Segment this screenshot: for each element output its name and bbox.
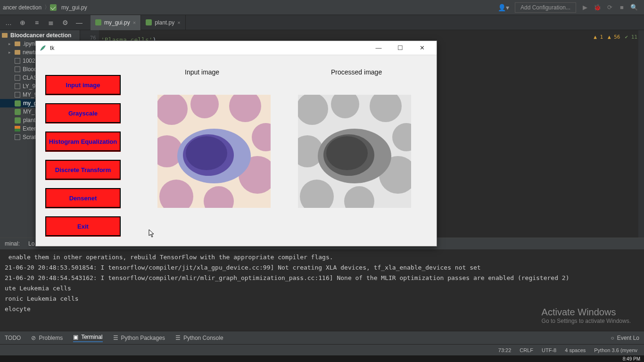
scratch-icon	[15, 134, 20, 140]
python-packages-tool[interactable]: ☰ Python Packages	[113, 335, 165, 341]
grayscale-button[interactable]: Grayscale	[45, 103, 121, 123]
activate-windows-watermark: Activate Windows Go to Settings to activ…	[542, 307, 631, 324]
editor-tab-my-gui[interactable]: my_gui.py ×	[91, 15, 141, 30]
ide-toolbar: … ⊕ ≡ ≣ ⚙ — my_gui.py × plant.py ×	[0, 15, 644, 30]
target-icon[interactable]: ⊕	[19, 19, 26, 26]
status-bar: 73:22 CRLF UTF-8 4 spaces Python 3.6 (my…	[0, 344, 644, 355]
debug-icon[interactable]: 🐞	[594, 4, 601, 11]
editor-tab-plant[interactable]: plant.py ×	[141, 15, 185, 30]
event-log-tool[interactable]: ○ Event Lo	[611, 335, 639, 341]
input-image	[157, 95, 271, 208]
python-file-icon	[15, 109, 21, 115]
terminal-panel: minal: Lo... enable them in other operat…	[0, 238, 644, 331]
input-image-label: Input image	[185, 68, 219, 76]
editor-minimap[interactable]	[638, 30, 644, 238]
expand-icon[interactable]: ≡	[33, 19, 41, 26]
hide-icon[interactable]: —	[75, 19, 83, 26]
run-configuration-dropdown[interactable]: Add Configuration...	[515, 2, 576, 13]
line-separator[interactable]: CRLF	[520, 347, 533, 353]
terminal-label: minal:	[5, 240, 20, 247]
densenet-button[interactable]: Densenet	[45, 188, 121, 208]
file-icon	[15, 92, 20, 98]
gear-icon[interactable]: ⚙	[61, 19, 69, 26]
stop-icon[interactable]: ■	[619, 4, 625, 11]
file-icon	[15, 66, 20, 72]
folder-icon	[15, 41, 20, 46]
python-file-icon	[15, 117, 21, 123]
warning-icon: ▲ 1	[594, 34, 603, 40]
tk-body: Input image Grayscale Histogram Equaliza…	[36, 55, 437, 246]
close-icon[interactable]: ×	[133, 20, 136, 25]
collapse-icon[interactable]: ≣	[47, 19, 55, 26]
coverage-icon[interactable]: ⟳	[606, 4, 613, 11]
close-button[interactable]: ✕	[411, 41, 433, 55]
file-icon	[15, 83, 20, 89]
terminal-tool[interactable]: ▣ Terminal	[73, 334, 102, 342]
python-console-tool[interactable]: ☰ Python Console	[175, 335, 223, 341]
close-icon[interactable]: ×	[177, 20, 180, 25]
file-icon	[15, 75, 20, 81]
folder-icon	[2, 33, 8, 38]
caret-position[interactable]: 73:22	[498, 347, 512, 353]
ide-breadcrumb-bar: ancer detection 〉 my_gui.py 👤▾ Add Confi…	[0, 0, 644, 15]
input-image-button[interactable]: Input image	[45, 75, 121, 95]
editor-tab-label: my_gui.py	[104, 19, 130, 26]
processed-image	[298, 95, 411, 208]
run-icon[interactable]: ▶	[582, 4, 588, 11]
discrete-transform-button[interactable]: Discrete Transform	[45, 160, 121, 180]
tk-button-column: Input image Grayscale Histogram Equaliza…	[45, 75, 121, 236]
minimize-button[interactable]: —	[368, 41, 389, 55]
python-interpreter[interactable]: Python 3.6 (myenv	[594, 347, 637, 353]
breadcrumb-file[interactable]: my_gui.py	[58, 4, 90, 11]
python-file-icon	[95, 19, 101, 25]
tool-icon[interactable]: …	[5, 19, 12, 26]
typo-icon: ✔ 11	[625, 34, 638, 40]
lib-icon	[15, 126, 20, 132]
indent-settings[interactable]: 4 spaces	[565, 347, 586, 353]
project-root-label: Bloodcancer detection	[10, 32, 71, 39]
python-file-icon	[146, 19, 152, 25]
folder-icon	[15, 50, 20, 55]
tk-feather-icon	[40, 45, 46, 51]
tk-title: tk	[50, 45, 54, 51]
svg-point-11	[186, 136, 227, 170]
activate-subtitle: Go to Settings to activate Windows.	[542, 318, 631, 324]
histogram-eq-button[interactable]: Histogram Equalization	[45, 132, 121, 151]
weak-warning-icon: ▲ 56	[608, 34, 620, 40]
breadcrumb-separator: 〉	[44, 3, 50, 11]
editor-tab-label: plant.py	[155, 19, 174, 26]
file-encoding[interactable]: UTF-8	[542, 347, 556, 353]
file-icon	[15, 58, 20, 64]
processed-image-label: Processed image	[331, 68, 382, 76]
todo-tool[interactable]: TODO	[5, 335, 21, 341]
windows-taskbar[interactable]: 8:49 PM	[0, 355, 644, 362]
editor-tabs: my_gui.py × plant.py ×	[91, 15, 186, 30]
tk-titlebar[interactable]: tk — ☐ ✕	[36, 41, 437, 55]
code-with-me-icon[interactable]: 👤▾	[498, 4, 509, 11]
svg-point-23	[326, 136, 368, 170]
search-icon[interactable]: 🔍	[631, 4, 637, 11]
python-file-icon	[50, 4, 57, 11]
problems-tool[interactable]: ⊘ Problems	[31, 335, 63, 341]
breadcrumb-project[interactable]: ancer detection	[0, 4, 44, 11]
project-root[interactable]: Bloodcancer detection	[0, 31, 80, 40]
python-file-icon	[15, 100, 21, 107]
maximize-button[interactable]: ☐	[389, 41, 411, 55]
mouse-cursor-icon	[149, 229, 155, 238]
activate-title: Activate Windows	[542, 307, 631, 318]
exit-button[interactable]: Exit	[45, 216, 121, 236]
inspection-widget[interactable]: ▲ 1 ▲ 56 ✔ 11	[594, 34, 637, 40]
bottom-tool-bar: TODO ⊘ Problems ▣ Terminal ☰ Python Pack…	[0, 331, 644, 344]
tk-window: tk — ☐ ✕ Input image Grayscale Histogram…	[35, 41, 437, 247]
taskbar-clock[interactable]: 8:49 PM	[623, 356, 640, 362]
